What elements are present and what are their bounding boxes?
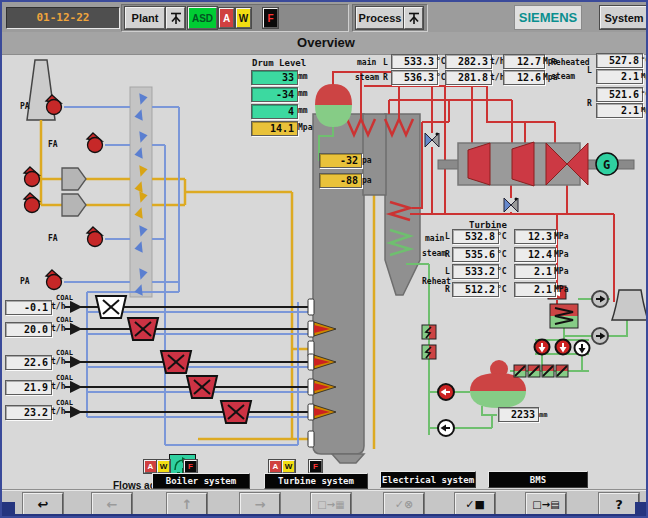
air-mixer-icon [62,168,86,216]
main-steam-label: steam [422,249,446,258]
gas-fan-icon [24,167,40,187]
main-steam-label: steam [355,73,379,82]
fan-icons [24,95,103,290]
coal-flow-arrow [65,383,80,392]
hp-turbine-section [468,143,490,185]
nav-turbine-system-button[interactable]: Turbine system [264,473,368,489]
drum-pressure-value: 14.1 [251,121,298,136]
generator-label: G [603,158,610,172]
unit-label: °C [497,267,507,276]
boiler-alarm-f[interactable]: F [184,460,197,473]
pump-running-icon [535,340,550,355]
reheated-press: 2.1 [596,69,643,84]
coal-flow-arrow [65,408,80,417]
main-steam-temp: 536.3 [391,70,438,85]
feedwater-pump-icons [438,384,454,436]
drum-level-value: -34 [251,87,298,102]
boiler-alarm-w[interactable]: W [157,460,170,473]
air-ducts [64,107,310,445]
pa-fan-icon [46,95,62,115]
fa-label: FA [48,234,58,243]
coal-flow-arrow [65,325,80,334]
turbine-alarm-w[interactable]: W [282,460,295,473]
drum-level-label: Drum Level [252,58,306,68]
coal-flow-value: -0.1 [5,300,52,315]
unit-label: °C [641,56,648,64]
side-label: R [445,285,450,294]
coal-flow-arrow [65,303,80,312]
reheated-press: 2.1 [596,103,643,118]
drum-level-value: 4 [251,104,298,119]
coal-flow-value: 22.6 [5,355,52,370]
side-label: L [587,66,592,75]
flow-arrow-icon [592,291,608,344]
unit-label: t/h [51,324,65,333]
drum-level-value: 33 [251,70,298,85]
turbine-main-press: 12.3 [514,229,556,244]
main-steam-label: main [357,58,376,67]
pa-fan-icon [46,270,62,290]
coal-mill-icons [96,296,251,423]
nav-electrical-system-button[interactable]: Electrical system [380,471,476,488]
turbine-reheat-press: 2.1 [514,282,556,297]
coal-label: COAL [56,349,73,357]
condensate-pump-icons [535,340,590,356]
deaerator-level-value: 2233 [498,407,539,422]
unit-label: MPa [554,285,568,294]
turbine-main-temp: 532.8 [452,229,499,244]
boiler-alarm-a[interactable]: A [144,460,157,473]
coal-mill-stopped-icon [96,296,126,318]
unit-label: t/h [51,382,65,391]
steam-drum [315,84,352,127]
unit-label: pa [362,156,372,165]
lp-heater-icon [422,325,436,339]
unit-label: MPa [554,250,568,259]
lp-heater-icon [422,345,436,359]
fa-fan-icon [87,227,103,247]
side-label: R [445,250,450,259]
unit-label: Mpa [641,106,648,114]
coal-mill-running-icon [128,318,158,340]
unit-label: mm [298,89,308,98]
cooling-tower-icon [612,290,648,320]
pump-stopped-icon [575,341,590,356]
main-steam-press: 12.6 [503,70,545,85]
side-label: L [445,232,450,241]
coal-flow-arrow [65,358,80,367]
coal-label: COAL [56,316,73,324]
unit-label: °C [497,232,507,241]
coal-flow-value: 23.2 [5,405,52,420]
ip-turbine-section [512,142,534,186]
main-steam-label: main [425,234,444,243]
main-steam-temp: 533.3 [391,54,438,69]
turbine-main-temp: 535.6 [452,247,499,262]
boiler-support [332,454,364,463]
unit-label: mm [298,72,308,81]
side-label: L [383,58,388,67]
fa-label: FA [48,140,58,149]
coal-flow-value: 21.9 [5,380,52,395]
coal-mill-running-icon [221,401,251,423]
reheated-temp: 527.8 [596,53,643,68]
nav-boiler-system-button[interactable]: Boiler system [152,473,250,489]
unit-label: °C [497,250,507,259]
hmi-window: 01-12-22 17:26:25 Plant ASD A W F Proces… [0,0,648,518]
unit-label: Mpa [641,72,648,80]
pump-stopped-icon [438,420,454,436]
unit-label: mm [298,106,308,115]
furnace-pressure-value: -32 [319,153,362,168]
turbine-alarm-f[interactable]: F [309,460,322,473]
turbine-reheat-temp: 512.2 [452,282,499,297]
reheated-steam-label: Reheated [551,58,590,67]
pa-label: PA [20,277,30,286]
reheated-steam-label: steam [551,72,575,81]
steam-valve-icon [425,133,439,148]
coal-label: COAL [56,399,73,407]
unit-label: MPa [554,232,568,241]
main-steam-flow: 282.3 [445,54,492,69]
turbine-alarm-a[interactable]: A [269,460,282,473]
coal-mill-running-icon [161,351,191,373]
gas-fan-icon [24,193,40,213]
nav-bms-button[interactable]: BMS [488,471,588,488]
fa-fan-icon [87,133,103,153]
